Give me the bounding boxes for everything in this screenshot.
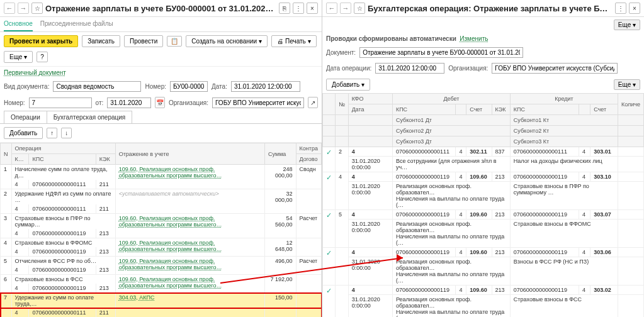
help-button[interactable]: ?: [37, 52, 48, 62]
org-label-r: Организация:: [448, 65, 488, 72]
record-button[interactable]: Записать: [82, 35, 120, 47]
down-button[interactable]: ↓: [61, 128, 72, 138]
col-op: Операция: [11, 143, 115, 154]
org-input[interactable]: [212, 97, 304, 108]
col-dkek: КЭК: [492, 104, 510, 115]
col-kfo: КФО: [348, 94, 392, 104]
table-row[interactable]: 3Страховые взносы в ПФР по суммар…109.60…: [1, 214, 322, 230]
org-label: Организация:: [169, 99, 208, 106]
table-row[interactable]: 6Страховые взносы в ФСС109.60, Реализаци…: [1, 275, 322, 284]
subtab-accop[interactable]: Бухгалтерская операция: [47, 111, 133, 123]
date-input[interactable]: [231, 81, 300, 92]
col-kkps: КПС: [510, 104, 579, 115]
col-dog: Догово: [296, 154, 321, 165]
col-sum: Сумма: [265, 143, 296, 165]
posting-row[interactable]: ✓54070600000000001194109.602130706000000…: [323, 210, 644, 220]
change-link[interactable]: Изменить: [460, 35, 488, 42]
table-row[interactable]: 7Удержание из сумм по оплате труда,…304.…: [1, 293, 322, 309]
posting-row[interactable]: ✓44070600000000001194109.602130706000000…: [323, 172, 644, 182]
calendar-icon[interactable]: 📅: [155, 97, 165, 108]
nav-back-r[interactable]: ←: [326, 3, 337, 14]
table-row[interactable]: 5Отчисления в ФСС РФ по об…109.60, Реали…: [1, 257, 322, 266]
col-kek: КЭК: [96, 154, 115, 165]
doctype-input[interactable]: [53, 81, 141, 92]
star-icon[interactable]: ☆: [31, 3, 43, 14]
col-k: К…: [11, 154, 29, 165]
left-pane: ← → ☆ Отражение зарплаты в учете БУ00-00…: [0, 0, 322, 317]
posting-row[interactable]: ✓4070600000000001194109.6021307060000000…: [323, 248, 644, 257]
col-n: N: [1, 143, 12, 165]
date-label: Дата:: [212, 83, 227, 90]
col-kredit: Кредит: [510, 94, 618, 104]
tab-main[interactable]: Основное: [4, 17, 33, 31]
table-row[interactable]: 4Страховые взносы в ФФОМС109.60, Реализа…: [1, 238, 322, 248]
dateop-input[interactable]: [375, 63, 444, 74]
col-contr: Контра: [296, 143, 321, 154]
more-icon-r[interactable]: ⋮: [615, 3, 626, 14]
num-label: Номер:: [145, 83, 166, 90]
posting-row[interactable]: ✓4070600000000001194109.6021307060000000…: [323, 286, 644, 295]
up-button[interactable]: ↑: [47, 128, 57, 138]
table-row[interactable]: 2Удержание НДФЛ из сумм по оплате …<уста…: [1, 189, 322, 205]
add-button-r[interactable]: Добавить ▾: [326, 79, 370, 91]
nav-fwd[interactable]: →: [18, 3, 29, 14]
tab-attached[interactable]: Присоединенные файлы: [40, 17, 113, 31]
conduct-button[interactable]: Провести: [124, 35, 163, 47]
col-refl: Отражение в учете: [115, 143, 264, 165]
ops-table: N Операция Отражение в учете Сумма Контр…: [0, 143, 322, 317]
save-close-button[interactable]: Провести и закрыть: [4, 35, 78, 47]
dateop-label: Дата операции:: [326, 65, 371, 72]
postings-table: № КФО Дебет Кредит Количе Дата КПС Счет …: [322, 93, 644, 317]
col-dkps: КПС: [392, 104, 456, 115]
right-pane: ← → ☆ Бухгалтерская операция: Отражение …: [322, 0, 644, 317]
col-date: Дата: [348, 104, 392, 115]
org-input-r[interactable]: [492, 63, 618, 74]
num2-input[interactable]: [29, 97, 92, 108]
link-icon[interactable]: ⎘: [279, 3, 290, 14]
table-row[interactable]: 1Начисление сумм по оплате труда, д…109.…: [1, 165, 322, 181]
primary-doc-link[interactable]: Первичный документ: [4, 69, 66, 76]
num-input[interactable]: [170, 81, 208, 92]
col-kps: КПС: [29, 154, 96, 165]
doc-label: Документ:: [326, 49, 356, 56]
star-icon-r[interactable]: ☆: [354, 3, 365, 14]
page-title: Отражение зарплаты в учете БУ00-000001 о…: [45, 4, 276, 13]
doc-input[interactable]: [359, 47, 523, 58]
nav-back[interactable]: ←: [4, 3, 15, 14]
from-input[interactable]: [107, 97, 151, 108]
more-icon[interactable]: ⋮: [293, 3, 304, 14]
col-debet: Дебет: [392, 94, 510, 104]
more-button-r2[interactable]: Еще ▾: [614, 79, 640, 90]
nav-fwd-r[interactable]: →: [340, 3, 351, 14]
close-icon-r[interactable]: ×: [629, 3, 640, 14]
page-title-r: Бухгалтерская операция: Отражение зарпла…: [368, 4, 613, 13]
subtab-ops[interactable]: Операции: [4, 111, 47, 123]
doctype-label: Вид документа:: [4, 83, 49, 90]
col-dsch: Счет: [466, 104, 492, 115]
num2-label: Номер:: [4, 99, 25, 106]
posting-row[interactable]: ✓24070600000000001114302.118370706000000…: [323, 147, 644, 157]
more-button-r[interactable]: Еще ▾: [614, 19, 640, 30]
report-button[interactable]: 📋: [167, 36, 182, 47]
print-button[interactable]: 🖨 Печать ▾: [271, 35, 317, 47]
create-based-button[interactable]: Создать на основании ▾: [186, 35, 268, 47]
close-icon[interactable]: ×: [307, 3, 318, 14]
org-open-icon[interactable]: ↗: [308, 97, 318, 108]
from-label: от:: [96, 99, 104, 106]
col-ksch: Счет: [590, 104, 618, 115]
add-button[interactable]: Добавить: [4, 127, 43, 139]
col-n-r: №: [336, 94, 349, 115]
auto-text: Проводки сформированы автоматически: [326, 35, 456, 42]
more-button[interactable]: Еще ▾: [4, 51, 33, 63]
